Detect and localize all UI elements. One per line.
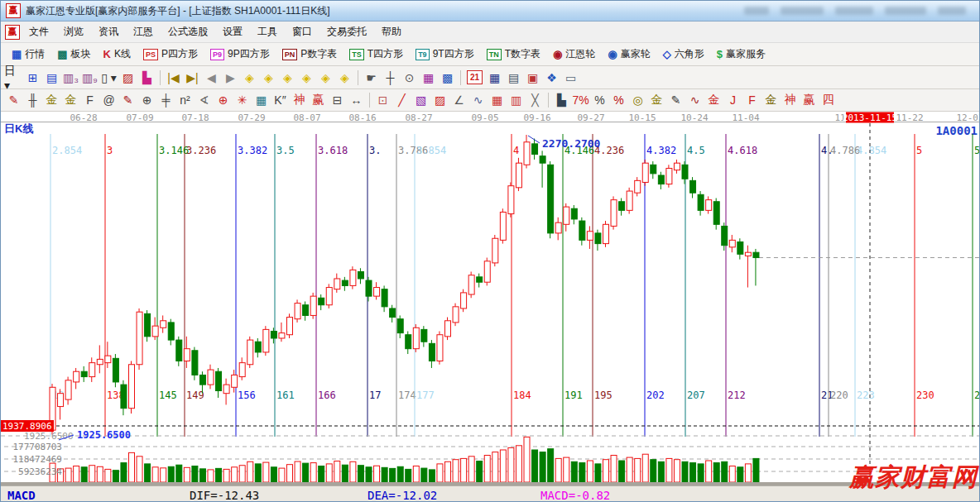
save-icon[interactable]: ▣ (523, 69, 542, 86)
toolbar-gann-wheel[interactable]: ◉江恩轮 (547, 45, 601, 63)
percent7-icon[interactable]: 7% (571, 92, 590, 108)
angle-mirror-icon[interactable]: ∢ (195, 92, 214, 108)
toolbar-winner-wheel[interactable]: ◉赢家轮 (602, 45, 656, 63)
shift-left-diamond-icon[interactable]: ◈ (240, 69, 259, 86)
ying-tool-icon[interactable]: 赢 (309, 92, 328, 108)
color-histogram-icon[interactable]: ▙ (137, 69, 156, 86)
calendar-21-icon[interactable]: 21 (467, 70, 483, 84)
kline-chart-canvas[interactable]: 06-2807-0907-1807-2908-0708-1608-2709-05… (1, 112, 980, 485)
info-panel-icon[interactable]: ▤ (42, 69, 61, 86)
square-net-icon[interactable]: ▦ (252, 92, 271, 108)
menu-item-1[interactable]: 浏览 (56, 22, 91, 41)
gann-grid-tool-icon[interactable]: ▦ (419, 69, 438, 86)
wave-channel-icon[interactable]: ∿ (685, 92, 704, 108)
expand-v-diamond-icon[interactable]: ◈ (316, 69, 335, 86)
wave-icon[interactable]: ∿ (468, 92, 488, 108)
toolbar-hexagon[interactable]: ◇六角形 (657, 45, 710, 63)
gann-box-tool-icon[interactable]: ▩ (438, 69, 457, 86)
fan-box-purple-icon[interactable]: ▧ (411, 92, 430, 108)
gold-angle-icon[interactable]: 金 (761, 92, 781, 108)
menu-item-2[interactable]: 资讯 (91, 22, 126, 41)
shen-tool-icon[interactable]: 神 (290, 92, 309, 108)
menu-item-7[interactable]: 窗口 (285, 22, 319, 41)
pattern-icon[interactable]: ▨ (118, 69, 137, 86)
ying-angle-icon[interactable]: 赢 (800, 92, 819, 108)
shen-angle-icon[interactable]: 神 (781, 92, 800, 108)
menu-item-9[interactable]: 帮助 (374, 22, 409, 41)
toolbar-p-table[interactable]: PNP数字表 (276, 45, 343, 63)
matrix-icon[interactable]: ▦ (485, 69, 504, 86)
gold-level-icon[interactable]: 金 (647, 92, 666, 108)
si-angle-icon[interactable]: 四 (819, 92, 838, 108)
gold-circle-icon[interactable]: ◎ (628, 92, 647, 108)
network-icon[interactable]: ❖ (542, 69, 561, 86)
hatch-icon[interactable]: ╳ (526, 92, 545, 108)
menu-item-3[interactable]: 江恩 (126, 22, 161, 41)
toolbar-p-square[interactable]: PSP四方形 (137, 45, 204, 63)
ruler-123-icon[interactable]: ⊟ (328, 92, 347, 108)
gold-grid2-icon[interactable]: 金 (61, 92, 80, 108)
menu-item-0[interactable]: 文件 (22, 22, 56, 41)
toolbar-kline[interactable]: KK线 (98, 45, 137, 63)
zoom-area-icon[interactable]: ⊞ (23, 69, 42, 86)
menu-item-6[interactable]: 工具 (250, 22, 285, 41)
grid-line-icon[interactable]: ╫ (23, 92, 42, 108)
toolbar-t-table[interactable]: TNT数字表 (481, 45, 546, 63)
bars-9-icon[interactable]: ▥₉ (80, 69, 99, 86)
red-grid2-icon[interactable]: ▥ (507, 92, 526, 108)
printer-icon[interactable]: ▭ (561, 69, 580, 86)
notepad-icon[interactable]: ▤ (504, 69, 523, 86)
j-angle-icon[interactable]: J (723, 92, 742, 108)
magnifier-tool-icon[interactable]: ⊙ (400, 69, 419, 86)
indicator-name-label[interactable]: MACD (7, 489, 36, 502)
percent-line-icon[interactable]: % (609, 92, 628, 108)
menu-item-5[interactable]: 设置 (215, 22, 250, 41)
candle-style-button[interactable]: ▯ ▾ (99, 69, 118, 86)
period-day-button[interactable]: 日 ▾ (4, 69, 23, 86)
fan-box-red-icon[interactable]: ▨ (430, 92, 449, 108)
next-page-icon[interactable]: ▶ (221, 69, 240, 86)
toolbar-9t-square[interactable]: T99T四方形 (410, 45, 480, 63)
toolbar-9p-square[interactable]: P99P四方形 (204, 45, 276, 63)
red-grid-icon[interactable]: ▦ (488, 92, 507, 108)
toolbar-winner-service[interactable]: $赢家服务 (711, 45, 771, 63)
shift-right-diamond-icon[interactable]: ◈ (259, 69, 278, 86)
percent-icon[interactable]: % (590, 92, 609, 108)
toolbar-sectors[interactable]: ▩板块 (51, 45, 96, 63)
expand-all-diamond-icon[interactable]: ◈ (335, 69, 354, 86)
candle-body (524, 142, 530, 165)
toolbar-quotes[interactable]: ▦行情 (6, 45, 50, 63)
kline-ruler-icon[interactable]: K″ (271, 92, 290, 108)
menu-item-8[interactable]: 交易委托 (319, 22, 374, 41)
box-select-icon[interactable]: ⊡ (373, 92, 392, 108)
expand-h-diamond-icon[interactable]: ◈ (278, 69, 297, 86)
circle-grid-icon[interactable]: ⊕ (137, 92, 156, 108)
toolbar-t-square[interactable]: TST四方形 (343, 45, 409, 63)
h-span-icon[interactable]: ↔ (347, 92, 366, 108)
compress-h-diamond-icon[interactable]: ◈ (297, 69, 316, 86)
candle-body (745, 252, 751, 256)
marker-pen-icon[interactable]: ✎ (666, 92, 685, 108)
gold-grid-icon[interactable]: 金 (42, 92, 61, 108)
bars-3-icon[interactable]: ▥₃ (61, 69, 80, 86)
price-bars-icon[interactable]: ▙ (552, 92, 571, 108)
gann-pencil-icon[interactable]: ✎ (4, 92, 23, 108)
red-pen-icon[interactable]: ✎ (118, 92, 137, 108)
fan-lines-icon[interactable]: ╱ (392, 92, 411, 108)
last-bar-icon[interactable]: ▶| (183, 69, 202, 86)
angle-fan-icon[interactable]: ∠ (449, 92, 468, 108)
f-angle-icon[interactable]: F (742, 92, 761, 108)
prev-page-icon[interactable]: ◀ (202, 69, 221, 86)
menu-item-4[interactable]: 公式选股 (161, 22, 215, 41)
hand-tool-icon[interactable]: ☛ (362, 69, 381, 86)
circle-cross-icon[interactable]: ⊕ (214, 92, 233, 108)
gann-day-count-label: 207 (687, 390, 705, 401)
fib-tool-icon[interactable]: F (80, 92, 99, 108)
crosshair-tool-icon[interactable]: ┼ (381, 69, 400, 86)
hash-lines-icon[interactable]: ╪ (156, 92, 175, 108)
first-bar-icon[interactable]: |◀ (164, 69, 183, 86)
n-square-icon[interactable]: n² (175, 92, 195, 108)
star-burst-icon[interactable]: ✳ (233, 92, 252, 108)
gold-underline-icon[interactable]: 金 (704, 92, 723, 108)
spiral-tool-icon[interactable]: @ (99, 92, 118, 108)
